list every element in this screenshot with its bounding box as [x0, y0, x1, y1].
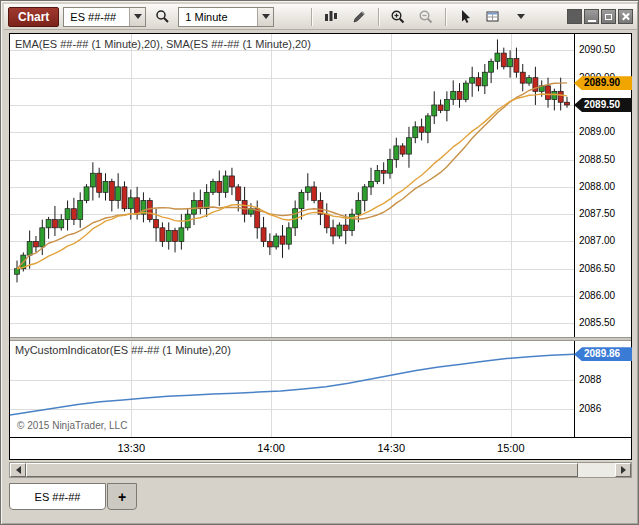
- time-tick-label: 14:00: [255, 442, 287, 454]
- arrow-left-icon: [16, 466, 21, 474]
- plus-icon: +: [118, 489, 126, 505]
- indicator-line: [10, 354, 574, 415]
- close-button[interactable]: [618, 9, 633, 24]
- pencil-icon: [351, 9, 367, 24]
- price-tick-label: 2090.50: [579, 44, 615, 56]
- time-tick-label: 15:00: [495, 442, 527, 454]
- chart-style-icon: [323, 9, 339, 24]
- zoom-in-button[interactable]: [386, 6, 410, 28]
- restore-icon: [605, 14, 612, 20]
- scrollbar-thumb[interactable]: [26, 463, 578, 477]
- interval-value: 1 Minute: [179, 11, 257, 23]
- chart-frame: 2089.90 2089.50 2090.502090.002089.50208…: [9, 33, 632, 460]
- toolbar-separator: [311, 8, 312, 26]
- chevron-down-icon: [517, 14, 525, 19]
- panel-splitter[interactable]: [10, 337, 631, 341]
- minimize-button[interactable]: [584, 9, 599, 24]
- chevron-down-icon: [262, 14, 270, 19]
- tab-label: ES ##-##: [35, 491, 81, 503]
- time-axis[interactable]: 13:3014:0014:3015:00: [10, 437, 631, 459]
- main-panel-label: EMA(ES ##-## (1 Minute),20), SMA(ES ##-#…: [15, 38, 311, 50]
- price-tick-label: 2086.50: [579, 263, 615, 275]
- minimize-icon: [588, 20, 596, 22]
- time-tick-label: 14:30: [375, 442, 407, 454]
- price-tick-label: 2086.00: [579, 290, 615, 302]
- cursor-button[interactable]: [453, 6, 477, 28]
- price-tick-label: 2088.50: [579, 154, 615, 166]
- indicator-tick-label: 2086: [579, 403, 601, 415]
- toolbar: Chart ES ##-## 1 Minute: [4, 4, 637, 30]
- indicator-panel-label: MyCustomIndicator(ES ##-## (1 Minute),20…: [15, 344, 231, 356]
- ma-value-badge: 2089.90: [574, 76, 632, 90]
- chart-style-button[interactable]: [319, 6, 343, 28]
- scroll-right-button[interactable]: [615, 463, 631, 477]
- cursor-icon: [458, 9, 473, 25]
- data-box-icon: [485, 9, 501, 24]
- indicator-price-axis[interactable]: 2089.86 20882086: [574, 341, 631, 437]
- last-price-badge: 2089.50: [574, 98, 632, 112]
- zoom-in-icon: [390, 9, 406, 25]
- instrument-dropdown-button[interactable]: [129, 8, 145, 26]
- h-scrollbar[interactable]: [9, 462, 632, 478]
- more-tools-button[interactable]: [509, 6, 533, 28]
- arrow-right-icon: [621, 466, 626, 474]
- search-icon: [155, 9, 170, 24]
- chevron-down-icon: [134, 14, 142, 19]
- instrument-selector[interactable]: ES ##-##: [63, 7, 146, 27]
- close-icon: [621, 12, 630, 21]
- window-menu-button[interactable]: [567, 9, 582, 24]
- window-title-tab[interactable]: Chart: [8, 7, 59, 27]
- indicator-value-badge: 2089.86: [574, 347, 632, 361]
- scroll-left-button[interactable]: [10, 463, 26, 477]
- drawing-tools-button[interactable]: [347, 6, 371, 28]
- toolbar-separator: [378, 8, 379, 26]
- add-tab-button[interactable]: +: [107, 483, 137, 510]
- main-chart-canvas[interactable]: [10, 34, 574, 337]
- price-axis[interactable]: 2089.90 2089.50 2090.502090.002089.50208…: [574, 34, 631, 337]
- window-controls: [567, 9, 633, 24]
- time-tick-label: 13:30: [115, 442, 147, 454]
- zoom-out-button[interactable]: [414, 6, 438, 28]
- restore-button[interactable]: [601, 9, 616, 24]
- price-tick-label: 2088.00: [579, 181, 615, 193]
- tab-bar: ES ##-## +: [4, 480, 637, 523]
- copyright-text: © 2015 NinjaTrader, LLC: [17, 420, 127, 431]
- zoom-out-icon: [418, 9, 434, 25]
- interval-selector[interactable]: 1 Minute: [178, 7, 274, 27]
- price-tick-label: 2085.50: [579, 317, 615, 329]
- price-tick-label: 2089.00: [579, 126, 615, 138]
- instrument-value: ES ##-##: [64, 11, 129, 23]
- indicator-tick-label: 2088: [579, 374, 601, 386]
- price-tick-label: 2087.50: [579, 208, 615, 220]
- toolbar-separator: [445, 8, 446, 26]
- interval-dropdown-button[interactable]: [257, 8, 273, 26]
- data-box-button[interactable]: [481, 6, 505, 28]
- instrument-search-button[interactable]: [150, 6, 174, 28]
- tab-es[interactable]: ES ##-##: [9, 483, 106, 510]
- price-tick-label: 2087.00: [579, 235, 615, 247]
- chart-window: Chart ES ##-## 1 Minute: [0, 0, 639, 525]
